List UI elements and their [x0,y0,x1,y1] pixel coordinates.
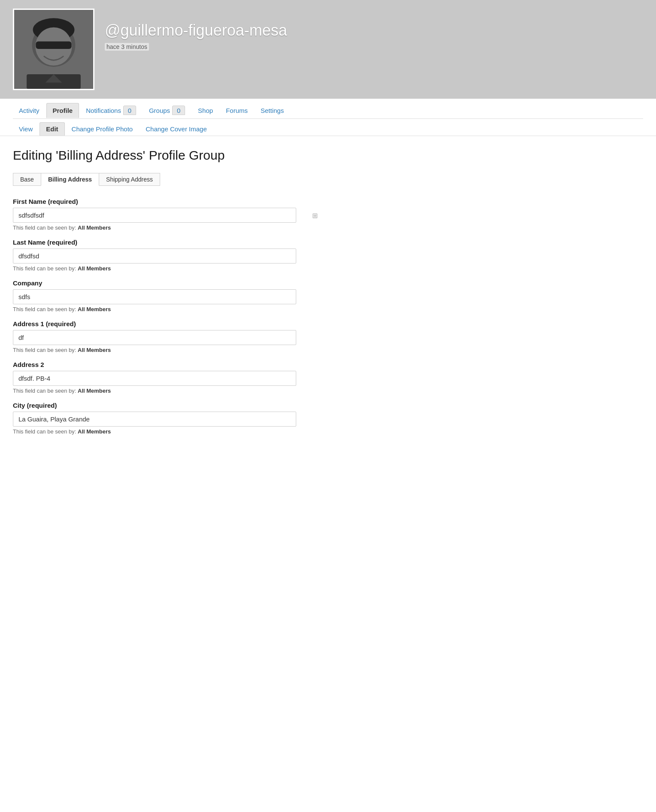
page-title: Editing 'Billing Address' Profile Group [13,148,322,163]
field-group-address1: Address 1 (required) This field can be s… [13,320,322,353]
user-info: @guillermo-figueroa-mesa hace 3 minutos [105,9,287,51]
field-group-city: City (required) This field can be seen b… [13,402,322,435]
field-label-city: City (required) [13,402,322,409]
nav-item-notifications[interactable]: Notifications 0 [80,102,142,118]
first-name-input[interactable] [13,208,296,223]
groups-badge: 0 [172,106,185,115]
field-group-address2: Address 2 This field can be seen by: All… [13,361,322,394]
field-group-last-name: Last Name (required) This field can be s… [13,239,322,272]
nav-item-forums[interactable]: Forums [220,103,254,118]
main-content: Editing 'Billing Address' Profile Group … [0,136,335,460]
subnav-item-change-profile-photo[interactable]: Change Profile Photo [66,123,139,135]
field-label-address2: Address 2 [13,361,322,368]
nav-item-profile[interactable]: Profile [46,103,79,118]
field-visibility-city: This field can be seen by: All Members [13,428,322,435]
field-input-wrap-first-name: ⊞ [13,208,322,223]
nav-item-shop[interactable]: Shop [192,103,219,118]
field-visibility-address1: This field can be seen by: All Members [13,347,322,353]
field-input-wrap-last-name [13,248,322,264]
primary-nav: Activity Profile Notifications 0 Groups … [13,99,643,119]
subnav-item-change-cover-image[interactable]: Change Cover Image [140,123,213,135]
address1-input[interactable] [13,330,296,345]
field-input-wrap-address1 [13,330,322,345]
group-tab-base[interactable]: Base [13,173,41,186]
address2-input[interactable] [13,371,296,386]
group-tabs: Base Billing Address Shipping Address [13,173,322,186]
notifications-badge: 0 [123,106,136,115]
nav-item-groups[interactable]: Groups 0 [143,102,191,118]
field-visibility-address2: This field can be seen by: All Members [13,388,322,394]
subnav-item-edit[interactable]: Edit [39,122,64,136]
field-group-first-name: First Name (required) ⊞ This field can b… [13,198,322,231]
field-label-first-name: First Name (required) [13,198,322,205]
field-label-company: Company [13,279,322,287]
nav-area: Activity Profile Notifications 0 Groups … [0,99,656,136]
city-input[interactable] [13,412,296,427]
field-icon-first-name: ⊞ [312,211,318,219]
field-label-last-name: Last Name (required) [13,239,322,246]
field-visibility-first-name: This field can be seen by: All Members [13,224,322,231]
field-group-company: Company This field can be seen by: All M… [13,279,322,312]
cover-area: @guillermo-figueroa-mesa hace 3 minutos [0,0,656,99]
field-input-wrap-company [13,289,322,304]
field-visibility-company: This field can be seen by: All Members [13,306,322,312]
nav-item-activity[interactable]: Activity [13,103,46,118]
group-tab-billing-address[interactable]: Billing Address [41,173,99,186]
field-visibility-last-name: This field can be seen by: All Members [13,265,322,272]
svg-rect-6 [36,42,71,49]
field-input-wrap-city [13,412,322,427]
username: @guillermo-figueroa-mesa [105,21,287,39]
nav-item-settings[interactable]: Settings [255,103,290,118]
secondary-nav: View Edit Change Profile Photo Change Co… [13,119,643,136]
field-label-address1: Address 1 (required) [13,320,322,327]
field-input-wrap-address2 [13,371,322,386]
avatar [13,9,94,90]
last-name-input[interactable] [13,248,296,264]
timestamp: hace 3 minutos [105,43,149,51]
subnav-item-view[interactable]: View [13,123,39,135]
company-input[interactable] [13,289,296,304]
group-tab-shipping-address[interactable]: Shipping Address [99,173,160,186]
